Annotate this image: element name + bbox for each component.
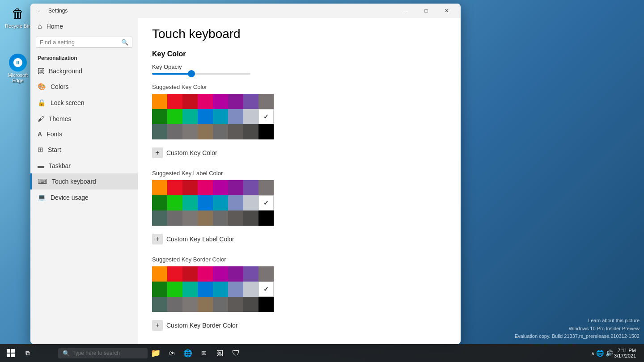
color-swatch[interactable] (243, 210, 258, 226)
taskbar-photos-icon[interactable]: 🖼 (212, 345, 228, 361)
color-swatch[interactable] (198, 109, 213, 124)
color-swatch[interactable] (182, 266, 198, 282)
sidebar-item-fonts[interactable]: A Fonts (30, 126, 138, 142)
color-swatch[interactable] (243, 297, 258, 312)
color-swatch[interactable] (258, 297, 274, 312)
color-swatch[interactable] (182, 94, 198, 109)
color-swatch[interactable] (167, 282, 182, 297)
color-swatch[interactable] (258, 266, 274, 282)
edge-desktop-icon[interactable]: MicrosoftEdge (4, 54, 31, 83)
color-swatch[interactable] (182, 282, 198, 297)
taskbar-files-icon[interactable]: 📁 (148, 345, 164, 361)
close-button[interactable]: ✕ (436, 4, 457, 18)
color-swatch[interactable] (152, 180, 167, 195)
color-swatch[interactable] (243, 94, 258, 109)
color-swatch[interactable] (213, 210, 228, 226)
color-swatch[interactable] (152, 195, 167, 210)
sidebar-item-lock-screen[interactable]: 🔒 Lock screen (30, 95, 138, 111)
color-swatch[interactable] (167, 266, 182, 282)
color-swatch[interactable] (228, 297, 243, 312)
color-swatch[interactable] (152, 94, 167, 109)
start-button[interactable] (2, 344, 20, 362)
color-swatch[interactable] (228, 124, 243, 139)
color-swatch[interactable] (198, 124, 213, 139)
color-swatch[interactable] (258, 109, 274, 124)
sidebar-item-device-usage[interactable]: 💻 Device usage (30, 189, 138, 206)
color-swatch[interactable] (182, 124, 198, 139)
color-swatch[interactable] (167, 109, 182, 124)
custom-key-color-btn[interactable]: + Custom Key Color (152, 145, 446, 161)
color-swatch[interactable] (167, 124, 182, 139)
color-swatch[interactable] (182, 180, 198, 195)
color-swatch[interactable] (243, 282, 258, 297)
color-swatch[interactable] (213, 94, 228, 109)
color-swatch[interactable] (213, 266, 228, 282)
color-swatch[interactable] (182, 297, 198, 312)
sidebar-item-colors[interactable]: 🎨 Colors (30, 79, 138, 95)
color-swatch[interactable] (213, 124, 228, 139)
color-swatch[interactable] (213, 297, 228, 312)
taskbar-search-box[interactable]: 🔍 (58, 348, 148, 358)
color-swatch[interactable] (198, 180, 213, 195)
color-swatch[interactable] (228, 109, 243, 124)
back-button[interactable]: ← (34, 4, 47, 17)
color-swatch[interactable] (152, 266, 167, 282)
color-swatch[interactable] (213, 195, 228, 210)
custom-key-label-color-btn[interactable]: + Custom Key Label Color (152, 231, 446, 247)
taskview-button[interactable]: ⧉ (20, 345, 36, 361)
color-swatch[interactable] (152, 210, 167, 226)
color-swatch[interactable] (228, 195, 243, 210)
sidebar-item-themes[interactable]: 🖌 Themes (30, 111, 138, 126)
sidebar-item-touch-keyboard[interactable]: ⌨ Touch keyboard (30, 173, 138, 189)
color-swatch[interactable] (198, 266, 213, 282)
color-swatch[interactable] (228, 210, 243, 226)
color-swatch[interactable] (243, 109, 258, 124)
color-swatch[interactable] (258, 195, 274, 210)
color-swatch[interactable] (213, 180, 228, 195)
color-swatch[interactable] (228, 94, 243, 109)
color-swatch[interactable] (152, 109, 167, 124)
color-swatch[interactable] (258, 282, 274, 297)
color-swatch[interactable] (198, 282, 213, 297)
color-swatch[interactable] (167, 297, 182, 312)
tray-chevron[interactable]: ∧ (591, 351, 594, 356)
color-swatch[interactable] (258, 180, 274, 195)
color-swatch[interactable] (152, 124, 167, 139)
color-swatch[interactable] (167, 210, 182, 226)
color-swatch[interactable] (258, 210, 274, 226)
color-swatch[interactable] (152, 282, 167, 297)
color-swatch[interactable] (243, 266, 258, 282)
system-clock[interactable]: 7:11 PM 3/17/2021 (614, 348, 636, 358)
color-swatch[interactable] (213, 109, 228, 124)
custom-key-border-color-btn[interactable]: + Custom Key Border Color (152, 317, 446, 333)
color-swatch[interactable] (182, 195, 198, 210)
color-swatch[interactable] (258, 124, 274, 139)
maximize-button[interactable]: □ (416, 4, 436, 18)
taskbar-search-input[interactable] (72, 350, 135, 356)
color-swatch[interactable] (228, 282, 243, 297)
color-swatch[interactable] (198, 297, 213, 312)
search-box[interactable]: 🔍 (36, 37, 132, 48)
color-swatch[interactable] (198, 94, 213, 109)
search-input[interactable] (40, 39, 121, 46)
color-swatch[interactable] (243, 180, 258, 195)
color-swatch[interactable] (167, 180, 182, 195)
color-swatch[interactable] (198, 195, 213, 210)
taskbar-mail-icon[interactable]: ✉ (196, 345, 212, 361)
recycle-bin-icon[interactable]: 🗑 Recycle Bin (4, 4, 31, 29)
taskbar-edge-icon[interactable]: 🌐 (180, 345, 196, 361)
color-swatch[interactable] (243, 195, 258, 210)
slider-track[interactable] (152, 73, 250, 75)
taskbar-security-icon[interactable]: 🛡 (228, 345, 244, 361)
color-swatch[interactable] (167, 195, 182, 210)
taskbar-store-icon[interactable]: 🛍 (164, 345, 180, 361)
color-swatch[interactable] (152, 297, 167, 312)
sidebar-item-taskbar[interactable]: ▬ Taskbar (30, 158, 138, 173)
sidebar-item-start[interactable]: ⊞ Start (30, 142, 138, 158)
color-swatch[interactable] (182, 109, 198, 124)
color-swatch[interactable] (258, 94, 274, 109)
slider-thumb[interactable] (188, 70, 195, 77)
color-swatch[interactable] (213, 282, 228, 297)
color-swatch[interactable] (228, 180, 243, 195)
color-swatch[interactable] (167, 94, 182, 109)
